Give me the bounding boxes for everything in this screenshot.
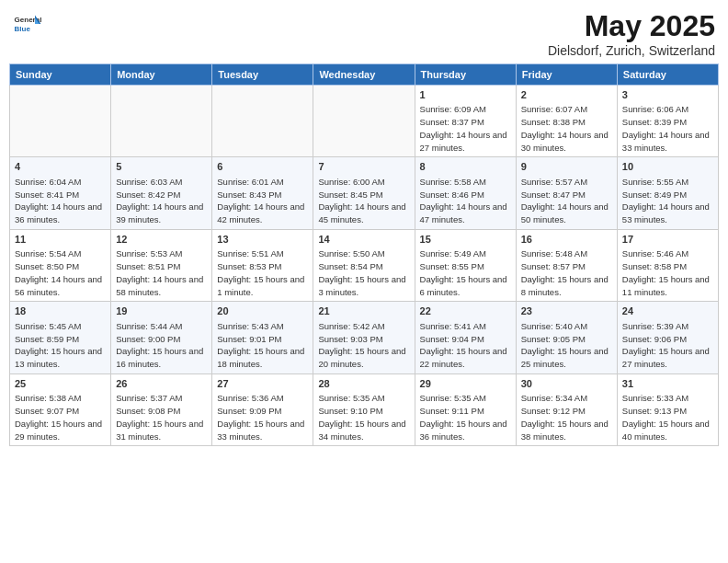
day-number: 8 — [420, 160, 511, 174]
calendar-day-cell: 5Sunrise: 6:03 AM Sunset: 8:42 PM Daylig… — [111, 157, 212, 229]
day-number: 18 — [15, 304, 106, 318]
day-info: Sunrise: 5:42 AM Sunset: 9:03 PM Dayligh… — [318, 320, 409, 371]
day-number: 5 — [116, 160, 207, 174]
day-number: 30 — [521, 377, 612, 391]
day-info: Sunrise: 5:55 AM Sunset: 8:49 PM Dayligh… — [622, 176, 713, 226]
day-info: Sunrise: 5:58 AM Sunset: 8:46 PM Dayligh… — [420, 176, 511, 226]
calendar-day-cell: 22Sunrise: 5:41 AM Sunset: 9:04 PM Dayli… — [415, 302, 516, 373]
calendar-day-cell: 2Sunrise: 6:07 AM Sunset: 8:38 PM Daylig… — [516, 86, 617, 157]
title-block: May 2025 Dielsdorf, Zurich, Switzerland — [548, 9, 715, 58]
day-number: 13 — [217, 233, 308, 247]
calendar-week-row: 4Sunrise: 6:04 AM Sunset: 8:41 PM Daylig… — [10, 157, 719, 229]
day-number: 20 — [217, 304, 308, 318]
month-title: May 2025 — [548, 9, 715, 43]
weekday-header: Monday — [111, 64, 212, 86]
logo: General Blue — [13, 9, 42, 39]
day-info: Sunrise: 6:00 AM Sunset: 8:45 PM Dayligh… — [318, 176, 409, 226]
day-number: 28 — [318, 377, 409, 391]
day-info: Sunrise: 6:06 AM Sunset: 8:39 PM Dayligh… — [622, 103, 713, 154]
calendar-day-cell: 27Sunrise: 5:36 AM Sunset: 9:09 PM Dayli… — [212, 373, 313, 445]
calendar-day-cell: 17Sunrise: 5:46 AM Sunset: 8:58 PM Dayli… — [617, 229, 718, 301]
calendar-day-cell: 25Sunrise: 5:38 AM Sunset: 9:07 PM Dayli… — [10, 373, 111, 445]
day-info: Sunrise: 5:45 AM Sunset: 8:59 PM Dayligh… — [15, 320, 106, 371]
calendar-day-cell: 19Sunrise: 5:44 AM Sunset: 9:00 PM Dayli… — [111, 302, 212, 373]
day-info: Sunrise: 5:35 AM Sunset: 9:10 PM Dayligh… — [318, 392, 409, 442]
weekday-header: Tuesday — [212, 64, 313, 86]
day-info: Sunrise: 5:34 AM Sunset: 9:12 PM Dayligh… — [521, 392, 612, 442]
day-number: 6 — [217, 160, 308, 174]
day-number: 3 — [622, 88, 713, 102]
day-info: Sunrise: 5:46 AM Sunset: 8:58 PM Dayligh… — [622, 247, 713, 298]
day-number: 19 — [116, 304, 207, 318]
calendar-day-cell: 21Sunrise: 5:42 AM Sunset: 9:03 PM Dayli… — [313, 302, 415, 373]
calendar-week-row: 11Sunrise: 5:54 AM Sunset: 8:50 PM Dayli… — [10, 229, 719, 301]
day-info: Sunrise: 5:53 AM Sunset: 8:51 PM Dayligh… — [116, 247, 207, 298]
calendar-day-cell: 28Sunrise: 5:35 AM Sunset: 9:10 PM Dayli… — [313, 373, 415, 445]
day-number: 15 — [420, 233, 511, 247]
calendar-week-row: 18Sunrise: 5:45 AM Sunset: 8:59 PM Dayli… — [10, 302, 719, 373]
day-number: 9 — [521, 160, 612, 174]
day-number: 12 — [116, 233, 207, 247]
calendar-day-cell: 6Sunrise: 6:01 AM Sunset: 8:43 PM Daylig… — [212, 157, 313, 229]
calendar-day-cell: 23Sunrise: 5:40 AM Sunset: 9:05 PM Dayli… — [516, 302, 617, 373]
day-number: 21 — [318, 304, 409, 318]
calendar-day-cell: 12Sunrise: 5:53 AM Sunset: 8:51 PM Dayli… — [111, 229, 212, 301]
day-info: Sunrise: 5:44 AM Sunset: 9:00 PM Dayligh… — [116, 320, 207, 371]
day-number: 1 — [420, 88, 511, 102]
calendar-day-cell: 26Sunrise: 5:37 AM Sunset: 9:08 PM Dayli… — [111, 373, 212, 445]
calendar-day-cell: 10Sunrise: 5:55 AM Sunset: 8:49 PM Dayli… — [617, 157, 718, 229]
day-number: 7 — [318, 160, 409, 174]
calendar-day-cell: 1Sunrise: 6:09 AM Sunset: 8:37 PM Daylig… — [415, 86, 516, 157]
day-info: Sunrise: 5:54 AM Sunset: 8:50 PM Dayligh… — [15, 247, 106, 298]
day-info: Sunrise: 5:41 AM Sunset: 9:04 PM Dayligh… — [420, 320, 511, 371]
calendar-day-cell: 16Sunrise: 5:48 AM Sunset: 8:57 PM Dayli… — [516, 229, 617, 301]
calendar-day-cell: 30Sunrise: 5:34 AM Sunset: 9:12 PM Dayli… — [516, 373, 617, 445]
weekday-header: Saturday — [617, 64, 718, 86]
calendar-day-cell: 24Sunrise: 5:39 AM Sunset: 9:06 PM Dayli… — [617, 302, 718, 373]
calendar-week-row: 25Sunrise: 5:38 AM Sunset: 9:07 PM Dayli… — [10, 373, 719, 445]
calendar-day-cell: 20Sunrise: 5:43 AM Sunset: 9:01 PM Dayli… — [212, 302, 313, 373]
day-info: Sunrise: 6:07 AM Sunset: 8:38 PM Dayligh… — [521, 103, 612, 154]
day-number: 25 — [15, 377, 106, 391]
calendar-day-cell — [313, 86, 415, 157]
day-number: 22 — [420, 304, 511, 318]
calendar-day-cell: 14Sunrise: 5:50 AM Sunset: 8:54 PM Dayli… — [313, 229, 415, 301]
calendar-day-cell: 3Sunrise: 6:06 AM Sunset: 8:39 PM Daylig… — [617, 86, 718, 157]
day-info: Sunrise: 6:03 AM Sunset: 8:42 PM Dayligh… — [116, 176, 207, 226]
day-info: Sunrise: 5:43 AM Sunset: 9:01 PM Dayligh… — [217, 320, 308, 371]
day-info: Sunrise: 5:38 AM Sunset: 9:07 PM Dayligh… — [15, 392, 106, 442]
weekday-header: Friday — [516, 64, 617, 86]
day-info: Sunrise: 5:33 AM Sunset: 9:13 PM Dayligh… — [622, 392, 713, 442]
calendar-day-cell: 29Sunrise: 5:35 AM Sunset: 9:11 PM Dayli… — [415, 373, 516, 445]
day-number: 24 — [622, 304, 713, 318]
calendar-day-cell — [212, 86, 313, 157]
calendar-day-cell: 11Sunrise: 5:54 AM Sunset: 8:50 PM Dayli… — [10, 229, 111, 301]
day-number: 11 — [15, 233, 106, 247]
calendar-day-cell: 4Sunrise: 6:04 AM Sunset: 8:41 PM Daylig… — [10, 157, 111, 229]
day-number: 26 — [116, 377, 207, 391]
page-header: General Blue May 2025 Dielsdorf, Zurich,… — [9, 9, 719, 58]
calendar-day-cell: 13Sunrise: 5:51 AM Sunset: 8:53 PM Dayli… — [212, 229, 313, 301]
day-info: Sunrise: 5:37 AM Sunset: 9:08 PM Dayligh… — [116, 392, 207, 442]
day-info: Sunrise: 6:04 AM Sunset: 8:41 PM Dayligh… — [15, 176, 106, 226]
calendar-header-row: SundayMondayTuesdayWednesdayThursdayFrid… — [10, 64, 719, 86]
day-info: Sunrise: 5:40 AM Sunset: 9:05 PM Dayligh… — [521, 320, 612, 371]
day-info: Sunrise: 5:49 AM Sunset: 8:55 PM Dayligh… — [420, 247, 511, 298]
logo-icon: General Blue — [13, 9, 42, 39]
day-number: 4 — [15, 160, 106, 174]
location: Dielsdorf, Zurich, Switzerland — [548, 43, 715, 58]
calendar-day-cell — [10, 86, 111, 157]
day-info: Sunrise: 6:01 AM Sunset: 8:43 PM Dayligh… — [217, 176, 308, 226]
day-number: 17 — [622, 233, 713, 247]
calendar-day-cell: 15Sunrise: 5:49 AM Sunset: 8:55 PM Dayli… — [415, 229, 516, 301]
calendar-table: SundayMondayTuesdayWednesdayThursdayFrid… — [9, 63, 719, 446]
weekday-header: Wednesday — [313, 64, 415, 86]
weekday-header: Thursday — [415, 64, 516, 86]
weekday-header: Sunday — [10, 64, 111, 86]
calendar-day-cell: 31Sunrise: 5:33 AM Sunset: 9:13 PM Dayli… — [617, 373, 718, 445]
calendar-day-cell: 8Sunrise: 5:58 AM Sunset: 8:46 PM Daylig… — [415, 157, 516, 229]
day-info: Sunrise: 5:57 AM Sunset: 8:47 PM Dayligh… — [521, 176, 612, 226]
day-number: 27 — [217, 377, 308, 391]
day-number: 31 — [622, 377, 713, 391]
day-info: Sunrise: 5:51 AM Sunset: 8:53 PM Dayligh… — [217, 247, 308, 298]
